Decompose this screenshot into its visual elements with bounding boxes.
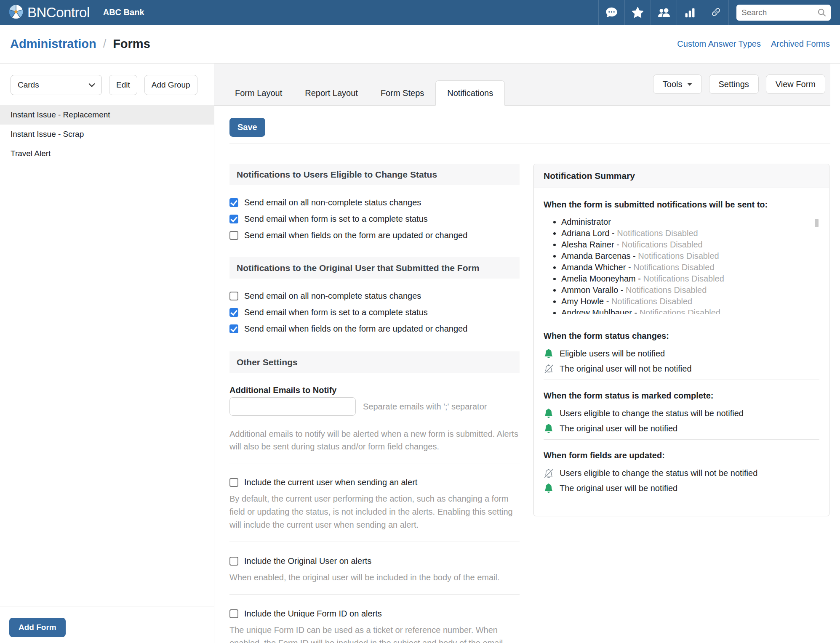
- section-header-eligible-users: Notifications to Users Eligible to Chang…: [229, 164, 520, 185]
- checkbox-row[interactable]: Send email on all non-complete status ch…: [229, 291, 520, 301]
- brand-logo-icon: [8, 4, 24, 21]
- recipient-item: Andrew Muhlbauer - Notifications Disable…: [561, 307, 819, 314]
- group-select[interactable]: Cards: [11, 75, 102, 95]
- caret-down-icon: [687, 83, 692, 86]
- tab-form-steps[interactable]: Form Steps: [369, 80, 435, 106]
- divider: [229, 463, 520, 463]
- recipient-item: Administrator: [561, 216, 819, 228]
- additional-emails-input[interactable]: [229, 397, 356, 416]
- bell-slash-icon: [544, 468, 554, 478]
- save-button[interactable]: Save: [229, 118, 265, 137]
- checkbox-row[interactable]: Include the Original User on alerts: [229, 556, 520, 566]
- divider: [544, 439, 819, 440]
- checkbox-row[interactable]: Include the Unique Form ID on alerts: [229, 609, 520, 619]
- group-select-value: Cards: [18, 80, 39, 90]
- toggle-help-text: When enabled, the original user will be …: [229, 571, 520, 584]
- tab-notifications[interactable]: Notifications: [435, 80, 505, 106]
- brand-name: BNControl: [27, 5, 90, 21]
- add-group-button[interactable]: Add Group: [144, 75, 197, 95]
- fields-updated-header: When form fields are updated:: [544, 451, 819, 460]
- breadcrumb-administration-link[interactable]: Administration: [10, 37, 96, 51]
- checkbox[interactable]: [229, 557, 238, 566]
- search-icon[interactable]: [817, 8, 827, 17]
- notification-summary-panel: Notification Summary When the form is su…: [533, 164, 829, 516]
- checkbox[interactable]: [229, 215, 238, 223]
- sidebar-item-travel-alert[interactable]: Travel Alert: [0, 144, 214, 163]
- divider: [229, 542, 520, 542]
- organization-name: ABC Bank: [103, 8, 144, 17]
- search-input[interactable]: [741, 8, 817, 17]
- recipient-item: Amy Howle - Notifications Disabled: [561, 296, 819, 307]
- divider: [544, 380, 819, 380]
- bell-icon: [544, 348, 554, 359]
- add-form-button[interactable]: Add Form: [9, 618, 66, 637]
- checkbox[interactable]: [229, 231, 238, 240]
- divider: [229, 143, 830, 144]
- additional-emails-label: Additional Emails to Notify: [229, 385, 520, 395]
- checkbox-row[interactable]: Send email when form is set to a complet…: [229, 308, 520, 317]
- recipient-item: Amanda Whicher - Notifications Disabled: [561, 262, 819, 273]
- checkbox[interactable]: [229, 308, 238, 317]
- toggle-help-text: By default, the current user performing …: [229, 492, 520, 531]
- divider: [544, 320, 819, 320]
- chevron-down-icon: [88, 81, 96, 89]
- bell-slash-icon: [544, 364, 554, 374]
- users-icon[interactable]: [651, 0, 677, 25]
- notification-rule-row: Users eligible to change the status will…: [544, 468, 819, 478]
- bell-icon: [544, 483, 554, 493]
- settings-button[interactable]: Settings: [709, 74, 759, 94]
- bar-chart-icon[interactable]: [677, 0, 703, 25]
- checkbox-row[interactable]: Send email on all non-complete status ch…: [229, 198, 520, 207]
- checkbox-row[interactable]: Send email when form is set to a complet…: [229, 214, 520, 224]
- link-icon[interactable]: [703, 0, 729, 25]
- custom-answer-types-link[interactable]: Custom Answer Types: [677, 39, 761, 49]
- notification-rule-row: The original user will not be notified: [544, 364, 819, 374]
- checkbox-row[interactable]: Send email when fields on the form are u…: [229, 231, 520, 240]
- page-title: Forms: [113, 37, 150, 51]
- view-form-button[interactable]: View Form: [766, 74, 825, 94]
- bell-icon: [544, 408, 554, 418]
- checkbox-row[interactable]: Send email when fields on the form are u…: [229, 324, 520, 334]
- section-header-other-settings: Other Settings: [229, 351, 520, 373]
- bell-icon: [544, 423, 554, 433]
- edit-button[interactable]: Edit: [109, 75, 137, 95]
- top-navbar: BNControl ABC Bank: [0, 0, 840, 25]
- sidebar-footer: Add Form: [0, 606, 214, 643]
- checkbox[interactable]: [229, 292, 238, 300]
- emails-separator-hint: Separate emails with ';' separator: [363, 402, 487, 412]
- checkbox[interactable]: [229, 324, 238, 333]
- breadcrumb-separator: /: [103, 37, 107, 50]
- notification-rule-row: Users eligible to change the status will…: [544, 408, 819, 418]
- form-tabbar: Form Layout Report Layout Form Steps Not…: [214, 64, 830, 106]
- form-list: Instant Issue - Replacement Instant Issu…: [0, 105, 214, 163]
- sidebar-item-instant-issue-replacement[interactable]: Instant Issue - Replacement: [0, 105, 214, 125]
- divider: [229, 594, 520, 595]
- search-box: [736, 5, 831, 21]
- forms-sidebar: Cards Edit Add Group Instant Issue - Rep…: [0, 64, 214, 643]
- notification-rule-row: The original user will be notified: [544, 423, 819, 433]
- tab-report-layout[interactable]: Report Layout: [293, 80, 369, 106]
- recipient-item: Amanda Barcenas - Notifications Disabled: [561, 250, 819, 262]
- star-icon[interactable]: [624, 0, 651, 25]
- tools-button[interactable]: Tools: [653, 74, 702, 94]
- emails-help-text: Additional emails to notify will be aler…: [229, 428, 520, 453]
- checkbox-row[interactable]: Include the current user when sending an…: [229, 478, 520, 487]
- notification-rule-row: The original user will be notified: [544, 483, 819, 493]
- notification-rule-row: Eligible users will be notified: [544, 348, 819, 359]
- checkbox[interactable]: [229, 198, 238, 207]
- toggle-help-text: The unique Form ID can be used as a tick…: [229, 624, 520, 643]
- checkbox[interactable]: [229, 609, 238, 618]
- archived-forms-link[interactable]: Archived Forms: [771, 39, 830, 49]
- section-header-original-user: Notifications to the Original User that …: [229, 257, 520, 279]
- recipient-item: Alesha Rainer - Notifications Disabled: [561, 239, 819, 250]
- checkbox[interactable]: [229, 478, 238, 487]
- navbar-icon-group: [598, 0, 729, 25]
- list-scrollbar[interactable]: [815, 219, 819, 227]
- recipient-list: Administrator Adriana Lord - Notificatio…: [544, 216, 819, 314]
- sidebar-item-instant-issue-scrap[interactable]: Instant Issue - Scrap: [0, 125, 214, 144]
- recipient-item: Amelia Mooneyham - Notifications Disable…: [561, 273, 819, 284]
- brand[interactable]: BNControl: [8, 4, 90, 21]
- marked-complete-header: When the form status is marked complete:: [544, 391, 819, 401]
- tab-form-layout[interactable]: Form Layout: [224, 80, 293, 106]
- chat-icon[interactable]: [598, 0, 624, 25]
